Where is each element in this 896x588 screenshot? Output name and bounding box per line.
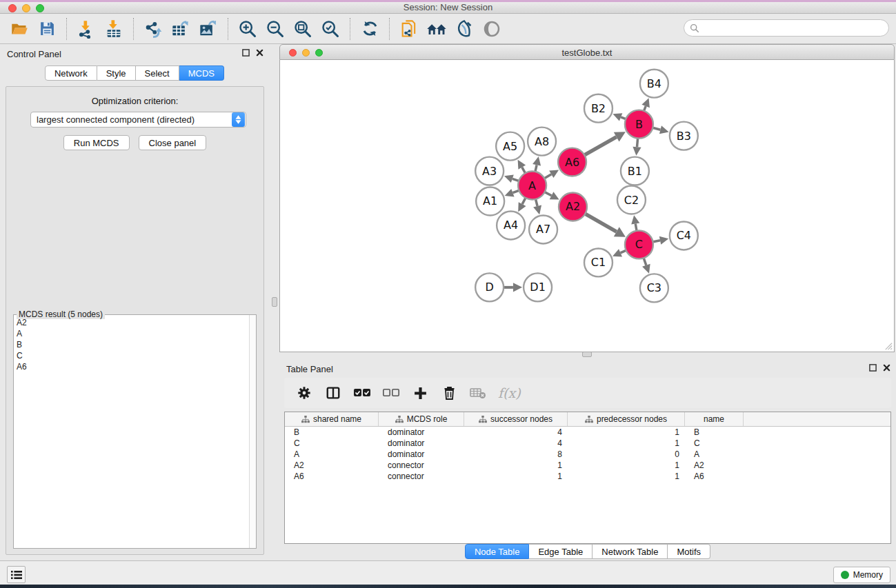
table-header-row: shared name MCDS role <box>285 412 890 427</box>
cell-name: B <box>685 427 744 437</box>
edge-arrowhead <box>631 215 639 224</box>
column-header-mcds-role[interactable]: MCDS role <box>379 412 464 426</box>
node-label: D <box>486 281 494 294</box>
show-hide-panels-button[interactable] <box>424 17 449 41</box>
network-view-window: testGlobe.txt B4B2BB3A5A8A6B1A3AC2A1A2A4… <box>279 44 895 352</box>
column-header-successor-nodes[interactable]: successor nodes <box>464 412 568 426</box>
tab-style[interactable]: Style <box>97 65 136 81</box>
column-header-name[interactable]: name <box>685 412 744 426</box>
tab-motifs[interactable]: Motifs <box>668 544 710 559</box>
result-item[interactable]: A2 <box>17 317 249 328</box>
node-label: C1 <box>591 256 606 269</box>
graph-edge[interactable] <box>584 137 617 156</box>
criterion-value: largest connected component (directed) <box>31 114 232 125</box>
tab-network[interactable]: Network <box>45 65 97 81</box>
export-image-button[interactable] <box>196 17 221 41</box>
network-graph[interactable]: B4B2BB3A5A8A6B1A3AC2A1A2A4A7C4CC1C3DD1 <box>280 60 894 352</box>
table-row[interactable]: A6 connector 1 1 A6 <box>285 471 890 482</box>
cell-shared-name: A <box>285 449 379 459</box>
node-label: B3 <box>677 130 691 143</box>
cell-mcds-role: dominator <box>379 427 464 437</box>
save-session-button[interactable] <box>34 17 59 41</box>
columns-icon <box>326 385 341 401</box>
unselect-all-columns-button[interactable] <box>379 381 403 405</box>
import-table-button[interactable] <box>101 17 126 41</box>
open-folder-icon <box>10 19 29 38</box>
search-input[interactable] <box>703 23 883 34</box>
close-panel-icon[interactable] <box>256 49 263 57</box>
cell-successor: 4 <box>464 438 568 448</box>
memory-button[interactable]: Memory <box>833 567 890 583</box>
show-column-panel-button[interactable] <box>321 381 345 405</box>
column-header-predecessor-nodes[interactable]: predecessor nodes <box>568 412 685 426</box>
result-item[interactable]: C <box>17 350 249 361</box>
float-panel-icon[interactable] <box>242 49 250 57</box>
criterion-dropdown[interactable]: largest connected component (directed) <box>30 112 246 128</box>
import-network-button[interactable] <box>74 17 99 41</box>
zoom-in-button[interactable] <box>235 17 260 41</box>
tab-select[interactable]: Select <box>136 65 179 81</box>
export-network-button[interactable] <box>141 17 166 41</box>
vertical-splitter-grip[interactable] <box>272 297 277 307</box>
style-brush-icon <box>455 19 474 39</box>
tab-network-table[interactable]: Network Table <box>593 544 668 559</box>
apply-style-button[interactable] <box>452 17 477 41</box>
column-header-shared-name[interactable]: shared name <box>285 412 379 426</box>
table-panel: Table Panel <box>279 359 896 560</box>
control-panel-tabs: Network Style Select MCDS <box>0 65 269 81</box>
close-panel-button[interactable]: Close panel <box>139 135 207 150</box>
table-row[interactable]: B dominator 4 1 B <box>285 427 890 438</box>
clone-network-button[interactable] <box>397 17 421 41</box>
table-settings-button[interactable] <box>292 381 316 405</box>
horizontal-splitter-grip[interactable] <box>582 352 592 357</box>
zoom-fit-icon <box>293 19 312 39</box>
node-label: A6 <box>565 156 579 169</box>
cell-shared-name: A2 <box>285 460 379 470</box>
network-window-titlebar[interactable]: testGlobe.txt <box>279 44 895 60</box>
result-scrollbar[interactable] <box>249 315 256 548</box>
table-row[interactable]: A2 connector 1 1 A2 <box>285 460 890 471</box>
mcds-result-list[interactable]: A2 A B C A6 <box>14 317 249 547</box>
clone-network-icon <box>399 19 419 39</box>
delete-column-button[interactable] <box>437 381 461 405</box>
tab-edge-table[interactable]: Edge Table <box>529 544 593 559</box>
plus-icon <box>413 386 428 401</box>
window-resize-grip[interactable] <box>884 341 893 350</box>
network-canvas[interactable]: B4B2BB3A5A8A6B1A3AC2A1A2A4A7C4CC1C3DD1 <box>279 60 895 352</box>
create-column-button[interactable] <box>408 381 432 405</box>
float-panel-icon[interactable] <box>869 364 877 372</box>
search-box[interactable] <box>684 19 889 37</box>
delete-table-button[interactable] <box>466 381 490 405</box>
tab-mcds[interactable]: MCDS <box>179 65 224 81</box>
export-table-button[interactable] <box>168 17 193 41</box>
main-toolbar <box>0 14 896 44</box>
apply-layout-button[interactable] <box>357 17 382 41</box>
function-builder-button[interactable]: f(x) <box>498 385 521 401</box>
zoom-selected-button[interactable] <box>318 17 343 41</box>
tab-node-table[interactable]: Node Table <box>465 544 530 559</box>
show-hide-graphics-details-button[interactable] <box>479 17 504 41</box>
result-item[interactable]: A <box>17 328 249 339</box>
open-session-button[interactable] <box>7 17 32 41</box>
toolbar-separator <box>133 18 134 40</box>
task-history-button[interactable] <box>7 566 26 583</box>
graph-edge[interactable] <box>584 213 617 232</box>
table-row[interactable]: C dominator 4 1 C <box>285 438 890 449</box>
gear-icon <box>297 385 312 401</box>
result-item[interactable]: B <box>17 339 249 350</box>
node-label: D1 <box>530 281 545 294</box>
home-panels-icon <box>426 19 448 39</box>
result-item[interactable]: A6 <box>17 361 249 372</box>
table-panel-title: Table Panel <box>286 364 333 374</box>
node-table[interactable]: shared name MCDS role <box>284 412 891 544</box>
close-panel-icon[interactable] <box>883 364 890 372</box>
column-label: successor nodes <box>490 414 552 424</box>
select-all-columns-button[interactable] <box>350 381 374 405</box>
run-mcds-button[interactable]: Run MCDS <box>63 135 130 150</box>
hierarchy-icon <box>301 416 310 423</box>
import-table-icon <box>104 19 123 39</box>
zoom-out-button[interactable] <box>263 17 288 41</box>
node-label: B4 <box>647 77 661 90</box>
zoom-fit-button[interactable] <box>290 17 315 41</box>
table-row[interactable]: A dominator 8 0 A <box>285 449 890 460</box>
